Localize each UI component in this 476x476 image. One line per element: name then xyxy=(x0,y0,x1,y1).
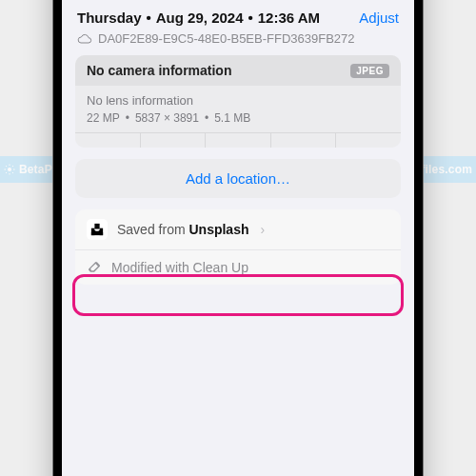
dimensions: 5837 × 3891 xyxy=(135,111,199,125)
modified-label: Modified with Clean Up xyxy=(111,260,248,275)
no-camera-label: No camera information xyxy=(87,63,231,78)
svg-rect-20 xyxy=(94,224,99,227)
svg-point-0 xyxy=(8,168,11,171)
filename-row: DA0F2E89-E9C5-48E0-B5EB-FFD3639FB272 xyxy=(75,30,401,55)
screen: Thursday • Aug 29, 2024 • 12:36 AM Adjus… xyxy=(62,0,414,476)
date-time: Thursday • Aug 29, 2024 • 12:36 AM xyxy=(77,10,320,26)
eraser-icon xyxy=(87,260,102,275)
svg-rect-23 xyxy=(91,232,103,235)
megapixels: 22 MP xyxy=(87,111,120,125)
add-location-button[interactable]: Add a location… xyxy=(75,159,401,198)
exif-empty-row xyxy=(75,132,401,148)
svg-line-7 xyxy=(6,172,7,173)
filename: DA0F2E89-E9C5-48E0-B5EB-FFD3639FB272 xyxy=(98,31,355,46)
svg-line-8 xyxy=(12,166,13,167)
unsplash-icon xyxy=(87,219,108,240)
svg-line-5 xyxy=(6,166,7,167)
saved-from-text: Saved from Unsplash xyxy=(117,222,249,237)
modified-row: Modified with Clean Up xyxy=(75,249,401,285)
svg-line-6 xyxy=(12,172,13,173)
time: 12:36 AM xyxy=(258,10,320,26)
info-header: Thursday • Aug 29, 2024 • 12:36 AM Adjus… xyxy=(75,10,401,30)
no-lens-label: No lens information xyxy=(87,93,389,108)
image-meta: 22 MP • 5837 × 3891 • 5.1 MB xyxy=(87,111,389,125)
phone-frame: Thursday • Aug 29, 2024 • 12:36 AM Adjus… xyxy=(52,0,424,476)
saved-from-row[interactable]: Saved from Unsplash › xyxy=(75,209,401,249)
date: Aug 29, 2024 xyxy=(156,10,244,26)
filesize: 5.1 MB xyxy=(214,111,250,125)
chevron-right-icon: › xyxy=(261,222,266,237)
weekday: Thursday xyxy=(77,10,142,26)
cloud-icon xyxy=(77,33,92,45)
adjust-button[interactable]: Adjust xyxy=(359,10,399,26)
format-badge: JPEG xyxy=(350,64,389,78)
source-card: Saved from Unsplash › Modified with Clea… xyxy=(75,209,401,285)
camera-info-card: No camera information JPEG No lens infor… xyxy=(75,55,401,148)
